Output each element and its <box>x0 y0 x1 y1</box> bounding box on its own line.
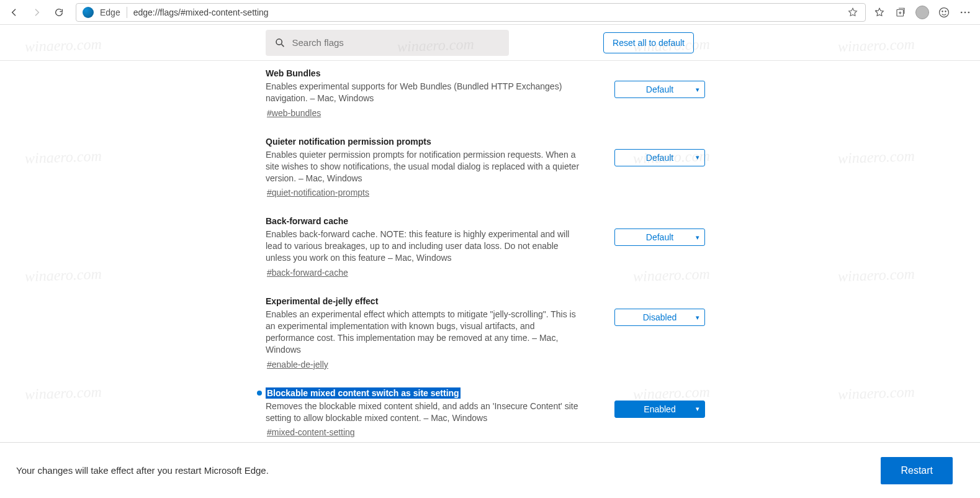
flag-row: Back-forward cacheEnables back-forward c… <box>257 209 705 289</box>
flag-row: Blockable mixed content switch as site s… <box>257 381 705 442</box>
svg-point-3 <box>945 11 946 11</box>
flag-description: Removes the blockable mixed content shie… <box>266 401 582 424</box>
chevron-down-icon: ▾ <box>696 314 699 322</box>
restart-button[interactable]: Restart <box>881 457 953 484</box>
restart-bar: Your changes will take effect after you … <box>0 442 980 498</box>
flag-state-value: Default <box>646 153 673 163</box>
favorites-icon[interactable] <box>873 6 886 19</box>
svg-point-5 <box>964 11 966 13</box>
svg-point-1 <box>940 7 949 17</box>
back-button[interactable] <box>5 3 24 22</box>
flag-state-value: Disabled <box>643 312 677 322</box>
browser-chrome: Edge edge://flags/#mixed-content-setting <box>0 0 980 25</box>
svg-point-2 <box>942 11 943 11</box>
svg-point-4 <box>961 11 963 13</box>
flag-text: Back-forward cacheEnables back-forward c… <box>266 216 588 278</box>
modified-indicator-icon <box>257 391 262 396</box>
flag-anchor-link[interactable]: #mixed-content-setting <box>266 427 355 437</box>
flag-text: Web BundlesEnables experimental supports… <box>266 68 588 118</box>
search-flags-box[interactable] <box>266 30 509 56</box>
chevron-down-icon: ▾ <box>696 153 699 161</box>
flag-state-select[interactable]: Enabled▾ <box>614 401 705 418</box>
flag-text: Blockable mixed content switch as site s… <box>266 388 588 438</box>
flag-state-select[interactable]: Default▾ <box>614 81 705 98</box>
svg-point-6 <box>968 11 970 13</box>
flag-row: Web BundlesEnables experimental supports… <box>257 61 705 129</box>
flag-anchor-link[interactable]: #enable-de-jelly <box>266 360 328 369</box>
flag-row: Experimental de-jelly effectEnables an e… <box>257 289 705 381</box>
flag-title: Quieter notification permission prompts <box>266 137 431 147</box>
flag-state-select[interactable]: Disabled▾ <box>614 309 705 326</box>
flag-description: Enables an experimental effect which att… <box>266 309 582 356</box>
chevron-down-icon: ▾ <box>696 233 699 242</box>
url-text: edge://flags/#mixed-content-setting <box>133 7 269 17</box>
flag-state-select[interactable]: Default▾ <box>614 229 705 246</box>
flag-anchor-link[interactable]: #web-bundles <box>266 108 321 118</box>
search-icon <box>274 37 285 49</box>
flag-title: Experimental de-jelly effect <box>266 296 378 306</box>
profile-avatar[interactable] <box>915 6 929 19</box>
refresh-button[interactable] <box>50 3 68 22</box>
chrome-right-icons <box>873 6 975 19</box>
svg-point-7 <box>276 38 282 44</box>
flag-state-value: Default <box>646 232 673 242</box>
app-label: Edge <box>100 7 120 17</box>
flag-state-select[interactable]: Default▾ <box>614 149 705 166</box>
flag-select-wrap: Default▾ <box>614 216 705 246</box>
collections-icon[interactable] <box>894 6 907 19</box>
smiley-icon[interactable] <box>938 6 950 19</box>
flags-toolbar: Reset all to default <box>0 25 980 61</box>
flag-description: Enables experimental supports for Web Bu… <box>266 81 582 104</box>
flag-text: Experimental de-jelly effectEnables an e… <box>266 296 588 369</box>
flag-title: Web Bundles <box>266 68 320 78</box>
chevron-down-icon: ▾ <box>696 86 699 94</box>
flags-list: Web BundlesEnables experimental supports… <box>0 61 980 442</box>
flag-description: Enables quieter permission prompts for n… <box>266 149 582 184</box>
flag-text: Quieter notification permission promptsE… <box>266 137 588 198</box>
restart-message: Your changes will take effect after you … <box>16 465 269 476</box>
search-input[interactable] <box>292 37 500 48</box>
flag-state-value: Enabled <box>644 404 675 414</box>
flag-description: Enables back-forward cache. NOTE: this f… <box>266 229 582 264</box>
reset-all-button[interactable]: Reset all to default <box>603 32 694 53</box>
flag-select-wrap: Disabled▾ <box>614 296 705 326</box>
flag-anchor-link[interactable]: #back-forward-cache <box>266 268 348 278</box>
flag-anchor-link[interactable]: #quiet-notification-prompts <box>266 188 369 197</box>
flag-select-wrap: Default▾ <box>614 68 705 98</box>
more-icon[interactable] <box>959 6 971 19</box>
star-outline-icon[interactable] <box>847 6 859 19</box>
flag-select-wrap: Default▾ <box>614 137 705 166</box>
chevron-down-icon: ▾ <box>696 405 699 413</box>
forward-button[interactable] <box>27 3 46 22</box>
flag-row: Quieter notification permission promptsE… <box>257 129 705 209</box>
flag-select-wrap: Enabled▾ <box>614 388 705 418</box>
flag-title: Blockable mixed content switch as site s… <box>266 387 461 399</box>
divider <box>127 7 127 18</box>
flag-title: Back-forward cache <box>266 216 348 226</box>
address-bar[interactable]: Edge edge://flags/#mixed-content-setting <box>76 3 866 22</box>
flag-state-value: Default <box>646 84 673 94</box>
edge-logo-icon <box>83 7 94 18</box>
